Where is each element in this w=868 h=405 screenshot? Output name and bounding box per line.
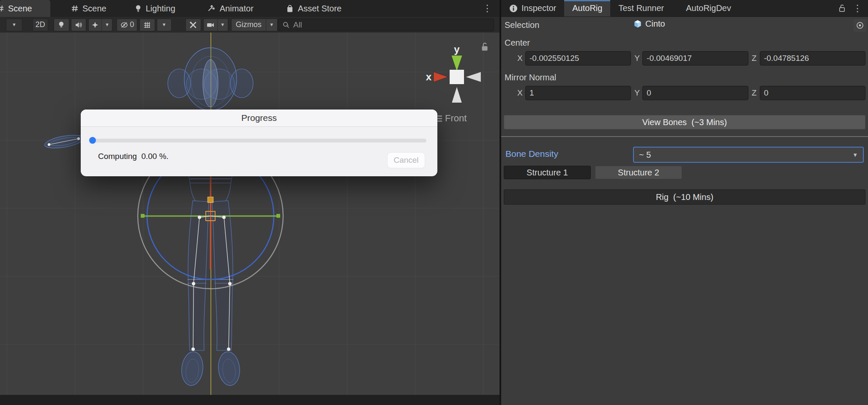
selected-object-name: Cinto (645, 19, 665, 29)
grid-icon (143, 21, 151, 29)
z-axis-label: Z (752, 54, 757, 63)
hidden-objects-toggle[interactable]: 0 (117, 19, 137, 31)
target-icon (856, 22, 864, 29)
hidden-count: 0 (130, 20, 134, 29)
scene-audio-toggle[interactable] (71, 19, 87, 31)
bone-density-label: Bone Density (505, 149, 558, 159)
pane-menu-icon[interactable]: ⋮ (853, 4, 862, 13)
selected-object[interactable]: Cinto (633, 19, 665, 29)
hash-icon (71, 4, 79, 13)
tab-scene-2[interactable]: Scene (64, 0, 113, 17)
center-y-field[interactable] (642, 51, 748, 66)
bone-density-value: ~ 5 (639, 150, 651, 160)
cancel-button[interactable]: Cancel (387, 152, 425, 168)
view-orientation-gizmo[interactable]: y x (426, 44, 481, 103)
bottom-status-bar (0, 395, 500, 405)
tab-label: Scene (82, 4, 106, 14)
selection-label: Selection (505, 20, 539, 30)
right-tabbar: Inspector AutoRig Test Runner AutoRigDev… (501, 0, 868, 17)
tools-icon (189, 21, 197, 29)
tab-autorigdev[interactable]: AutoRigDev (678, 0, 739, 16)
tab-label: AutoRigDev (686, 3, 731, 13)
center-z-field[interactable] (760, 51, 865, 66)
lightbulb-icon (134, 4, 142, 13)
progress-status-text: Computing 0.00 %. (98, 152, 169, 161)
scene-canvas[interactable]: y x (0, 33, 500, 395)
chevron-down-icon: ▼ (102, 19, 112, 31)
tab-asset-store[interactable]: Asset Store (279, 0, 348, 17)
tab-test-runner[interactable]: Test Runner (610, 0, 672, 16)
tab-label: AutoRig (572, 3, 602, 13)
x-axis-label: X (517, 54, 523, 63)
view-bones-button[interactable]: View Bones (~3 Mins) (504, 115, 865, 129)
gizmos-dropdown[interactable]: Gizmos ▼ (231, 19, 278, 31)
gizmos-label: Gizmos (232, 19, 266, 31)
tab-lighting[interactable]: Lighting (128, 0, 182, 17)
camera-icon (204, 19, 217, 31)
draw-mode-dropdown[interactable]: ▼ (6, 19, 22, 31)
y-axis-label: Y (634, 54, 640, 63)
tab-scene-1[interactable]: Scene (0, 0, 50, 17)
bone-density-dropdown[interactable]: ~ 5 ▼ (633, 147, 864, 163)
mirror-normal-vector-row: X Y Z (501, 85, 868, 101)
hash-icon (0, 4, 4, 13)
tab-label: Test Runner (618, 3, 664, 13)
gizmo-x-cone[interactable] (434, 72, 448, 82)
gizmo-y-label: y (454, 44, 460, 55)
progress-bar-track (92, 139, 426, 142)
2d-toggle-button[interactable]: 2D (33, 19, 48, 31)
scene-lighting-toggle[interactable] (54, 19, 69, 31)
tab-inspector[interactable]: Inspector (501, 0, 564, 16)
pivot-handle[interactable] (208, 197, 213, 202)
center-x-field[interactable] (525, 51, 631, 66)
unlock-icon[interactable] (838, 4, 846, 13)
rig-button[interactable]: Rig (~10 Mins) (504, 189, 865, 205)
mirror-normal-section-label: Mirror Normal (505, 73, 556, 82)
tab-label: Asset Store (298, 4, 341, 14)
gizmo-y-cone[interactable] (451, 55, 462, 71)
structure-1-button[interactable]: Structure 1 (504, 166, 591, 179)
left-tabbar: Scene Scene Lighting Animator (0, 0, 500, 17)
search-icon (282, 21, 290, 29)
section-divider (501, 136, 868, 137)
grid-visibility-toggle[interactable] (139, 19, 155, 31)
tab-label: Animator (220, 4, 254, 14)
grid-settings-dropdown[interactable]: ▼ (157, 19, 172, 31)
chevron-down-icon: ▼ (266, 19, 277, 31)
mirror-y-field[interactable] (642, 86, 748, 100)
structure-2-button[interactable]: Structure 2 (595, 166, 682, 179)
gizmo-x-label: x (426, 71, 432, 82)
scene-search-box (278, 19, 494, 31)
sparkle-icon (89, 19, 101, 31)
camera-settings-dropdown[interactable]: ▼ (203, 19, 228, 31)
chevron-down-icon: ▼ (218, 19, 228, 31)
tools-settings-button[interactable] (186, 19, 201, 31)
scene-pane: Scene Scene Lighting Animator (0, 0, 500, 405)
mirror-x-field[interactable] (525, 86, 631, 100)
scene-viewport[interactable]: y x Front (0, 33, 500, 395)
info-icon (509, 4, 518, 13)
y-axis-label: Y (634, 88, 640, 98)
object-picker-button[interactable] (854, 19, 866, 32)
gizmo-neg-x-cone[interactable] (466, 72, 481, 82)
gizmo-center-cube[interactable] (450, 70, 464, 84)
scene-effects-dropdown[interactable]: ▼ (88, 19, 112, 31)
scene-view-toolbar: ▼ 2D ▼ 0 ▼ (0, 17, 500, 33)
view-orientation-label[interactable]: Front (434, 113, 467, 124)
scene-search-input[interactable] (293, 20, 489, 30)
tab-label: Inspector (521, 3, 556, 13)
speaker-icon (74, 21, 83, 29)
gizmo-neg-y-cone[interactable] (452, 87, 462, 103)
shopping-bag-icon (286, 4, 294, 13)
eye-off-icon (120, 21, 128, 29)
tab-animator[interactable]: Animator (201, 0, 260, 17)
lightbulb-icon (57, 21, 65, 29)
dialog-title: Progress (81, 109, 437, 127)
tab-autorig[interactable]: AutoRig (564, 0, 610, 16)
z-axis-label: Z (752, 88, 757, 98)
wing-mesh-object[interactable] (44, 133, 85, 151)
tab-label: Scene (8, 4, 32, 14)
pane-menu-icon[interactable]: ⋮ (483, 4, 492, 13)
inspector-pane: Inspector AutoRig Test Runner AutoRigDev… (501, 0, 868, 405)
mirror-z-field[interactable] (760, 86, 865, 100)
